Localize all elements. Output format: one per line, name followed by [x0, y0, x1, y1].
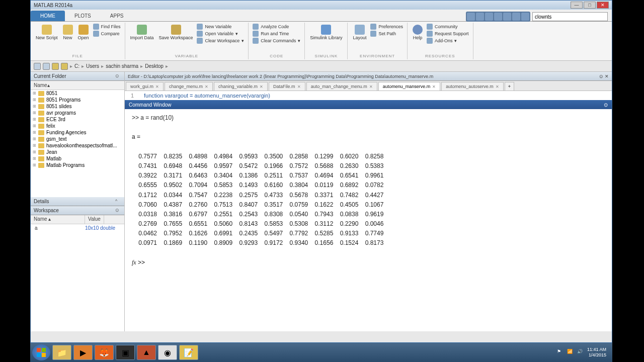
- taskbar-media[interactable]: ▶: [73, 345, 93, 360]
- clear-workspace-button[interactable]: Clear Workspace ▾: [197, 38, 244, 44]
- name-column-header[interactable]: Name ▴: [31, 81, 124, 90]
- folder-list[interactable]: Name ▴ ⊞8051⊞8051 Programs⊞8051 slides⊞a…: [31, 81, 124, 197]
- editor-tab[interactable]: DataFile.m✕: [269, 82, 305, 90]
- details-header[interactable]: Details ^: [31, 197, 124, 206]
- cut-icon[interactable]: [476, 13, 484, 21]
- open-button[interactable]: Open: [77, 24, 90, 42]
- tab-close-icon[interactable]: ✕: [297, 84, 301, 89]
- panel-menu-button[interactable]: ⊙: [115, 73, 121, 79]
- folder-row[interactable]: ⊞Jean: [31, 149, 124, 155]
- folder-row[interactable]: ⊞Matlab: [31, 155, 124, 162]
- folder-icon: [38, 117, 44, 122]
- folder-row[interactable]: ⊞gsm_text: [31, 136, 124, 142]
- tab-close-icon[interactable]: ✕: [205, 84, 208, 89]
- request-support-button[interactable]: Request Support: [427, 31, 469, 37]
- folder-row[interactable]: ⊞Matlab Programs: [31, 162, 124, 168]
- editor-tab[interactable]: automenu_autoserve.m✕: [441, 82, 504, 90]
- find-files-button[interactable]: Find Files: [93, 24, 121, 30]
- fx-icon[interactable]: fx: [132, 259, 136, 266]
- search-docs-input[interactable]: [532, 12, 608, 21]
- system-tray[interactable]: ⚑ 📶 🔊 11:41 AM 1/4/2015: [557, 347, 610, 358]
- taskbar-chrome[interactable]: ◉: [158, 345, 177, 360]
- crumb-c[interactable]: C:: [74, 63, 79, 69]
- tab-plots[interactable]: PLOTS: [65, 11, 101, 21]
- folder-row[interactable]: ⊞8051 Programs: [31, 97, 124, 103]
- tab-close-icon[interactable]: ✕: [369, 84, 373, 89]
- save-icon[interactable]: [467, 13, 475, 21]
- taskbar-app1[interactable]: ▣: [116, 345, 135, 360]
- tray-volume-icon[interactable]: 🔊: [577, 349, 584, 356]
- crumb-users[interactable]: Users: [86, 63, 99, 69]
- tab-close-icon[interactable]: ✕: [496, 84, 499, 89]
- folder-row[interactable]: ⊞havealookontheaspectsofmatl...: [31, 142, 124, 149]
- taskbar-firefox[interactable]: 🦊: [95, 345, 114, 360]
- copy-icon[interactable]: [485, 13, 493, 21]
- preferences-button[interactable]: Preferences: [370, 24, 403, 30]
- maximize-button[interactable]: □: [584, 2, 596, 9]
- taskbar-matlab[interactable]: ▲: [137, 345, 156, 360]
- browse-button[interactable]: [61, 63, 68, 70]
- back-button[interactable]: [34, 63, 41, 70]
- new-button[interactable]: New: [62, 24, 74, 42]
- command-window-body[interactable]: >> a = rand(10) a = 0.7577 0.8235 0.4898…: [125, 109, 612, 331]
- import-data-button[interactable]: Import Data: [129, 24, 155, 42]
- close-button[interactable]: ✕: [597, 2, 609, 9]
- folder-row[interactable]: ⊞avr programs: [31, 110, 124, 116]
- editor-tab[interactable]: chaning_variable.m✕: [214, 82, 268, 90]
- crumb-user[interactable]: sachin sharma: [106, 63, 138, 69]
- editor-tab[interactable]: automenu_manserve.m✕: [378, 82, 441, 90]
- new-script-button[interactable]: New Script: [35, 24, 59, 42]
- tray-flag-icon[interactable]: ⚑: [557, 349, 564, 356]
- folder-row[interactable]: ⊞felix: [31, 123, 124, 129]
- minimize-button[interactable]: —: [571, 2, 583, 9]
- editor-tab[interactable]: auto_man_change_menu.m✕: [306, 82, 377, 90]
- cmdwin-menu-button[interactable]: ⊙: [604, 102, 608, 108]
- set-path-button[interactable]: Set Path: [370, 31, 403, 37]
- paste-icon[interactable]: [494, 13, 502, 21]
- addons-button[interactable]: Add-Ons ▾: [427, 38, 469, 44]
- open-variable-button[interactable]: Open Variable ▾: [197, 31, 244, 37]
- editor-tab[interactable]: change_menu.m✕: [165, 82, 213, 90]
- crumb-desktop[interactable]: Desktop: [145, 63, 164, 69]
- undo-icon[interactable]: [503, 13, 511, 21]
- redo-icon[interactable]: [512, 13, 520, 21]
- analyze-code-button[interactable]: Analyze Code: [253, 24, 300, 30]
- tab-close-icon[interactable]: ✕: [432, 84, 436, 89]
- simulink-library-button[interactable]: Simulink Library: [309, 24, 343, 42]
- help-icon[interactable]: [521, 13, 529, 21]
- tab-apps[interactable]: APPS: [101, 11, 133, 21]
- editor-line[interactable]: 1 function varargout = automenu_manserve…: [125, 91, 612, 100]
- ws-name-col[interactable]: Name ▴: [31, 215, 85, 224]
- start-button[interactable]: [32, 344, 50, 360]
- clock[interactable]: 11:41 AM 1/4/2015: [587, 347, 610, 358]
- editor-close-button[interactable]: ⊙ ✕: [599, 74, 609, 79]
- editor-tab[interactable]: work_gui.m✕: [126, 82, 164, 90]
- up-button[interactable]: [52, 63, 59, 70]
- tab-close-icon[interactable]: ✕: [155, 84, 159, 89]
- workspace-menu-button[interactable]: ⊙: [115, 208, 121, 214]
- folder-row[interactable]: ⊞8051: [31, 90, 124, 97]
- details-collapse-button[interactable]: ^: [115, 199, 121, 205]
- tab-home[interactable]: HOME: [31, 11, 65, 21]
- layout-button[interactable]: Layout: [352, 24, 367, 42]
- code-group-label: CODE: [253, 54, 300, 58]
- save-workspace-button[interactable]: Save Workspace: [158, 24, 194, 42]
- forward-button[interactable]: [43, 63, 50, 70]
- folder-row[interactable]: ⊞ECE 3rd: [31, 116, 124, 123]
- taskbar-explorer[interactable]: 📁: [52, 345, 71, 360]
- community-button[interactable]: Community: [427, 24, 469, 30]
- tray-network-icon[interactable]: 📶: [567, 349, 574, 356]
- clear-commands-button[interactable]: Clear Commands ▾: [253, 38, 300, 44]
- ws-value-col[interactable]: Value: [85, 215, 104, 224]
- new-variable-button[interactable]: New Variable: [197, 24, 244, 30]
- quick-access-icons[interactable]: [466, 12, 530, 22]
- new-tab-button[interactable]: +: [505, 82, 514, 90]
- compare-button[interactable]: Compare: [93, 31, 121, 37]
- tab-close-icon[interactable]: ✕: [260, 84, 263, 89]
- folder-row[interactable]: ⊞8051 slides: [31, 103, 124, 110]
- folder-row[interactable]: ⊞Funding Agencies: [31, 129, 124, 136]
- workspace-row[interactable]: a 10x10 double: [31, 224, 124, 232]
- run-and-time-button[interactable]: Run and Time: [253, 31, 300, 37]
- taskbar-notes[interactable]: 📝: [179, 345, 198, 360]
- help-button[interactable]: Help: [412, 24, 424, 42]
